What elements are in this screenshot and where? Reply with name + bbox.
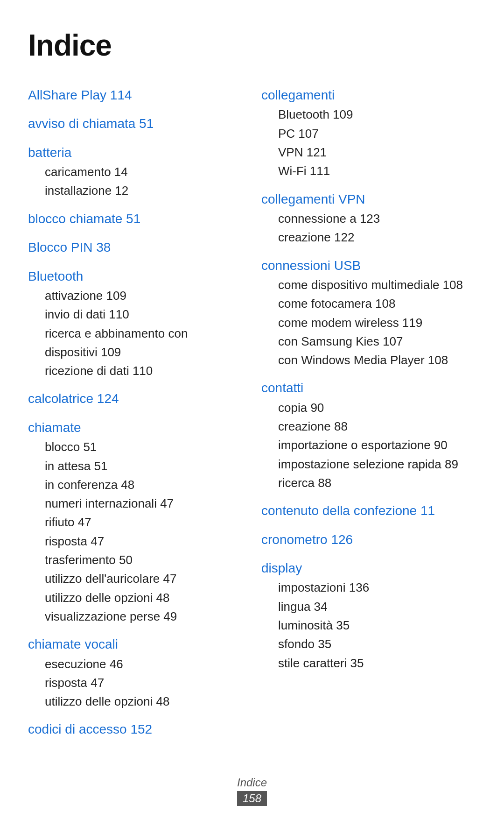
entry-heading: collegamenti [261, 85, 476, 105]
entry-group: avviso di chiamata 51 [28, 113, 243, 134]
sub-entry: come dispositivo multimediale 108 [278, 276, 476, 294]
entry-group: cronometro 126 [261, 530, 476, 550]
sub-entry: numeri internazionali 47 [45, 494, 243, 513]
sub-entry: importazione o esportazione 90 [278, 436, 476, 454]
sub-entries: come dispositivo multimediale 108come fo… [261, 276, 476, 369]
sub-entry: visualizzazione perse 49 [45, 607, 243, 626]
entry-heading: avviso di chiamata 51 [28, 113, 243, 134]
sub-entry: stile caratteri 35 [278, 654, 476, 672]
sub-entry: in conferenza 48 [45, 475, 243, 494]
entry-heading: AllShare Play 114 [28, 85, 243, 105]
sub-entry: impostazioni 136 [278, 578, 476, 597]
entry-group: AllShare Play 114 [28, 85, 243, 105]
sub-entry: installazione 12 [45, 181, 243, 200]
sub-entries: impostazioni 136lingua 34luminosità 35sf… [261, 578, 476, 672]
page-footer: Indice 158 [28, 776, 476, 806]
entry-heading: cronometro 126 [261, 530, 476, 550]
entry-heading: Bluetooth [28, 266, 243, 286]
entry-group: codici di accesso 152 [28, 719, 243, 739]
sub-entries: copia 90creazione 88importazione o espor… [261, 398, 476, 492]
right-column: collegamentiBluetooth 109PC 107VPN 121Wi… [261, 85, 476, 681]
sub-entry: connessione a 123 [278, 209, 476, 228]
entry-group: chiamateblocco 51in attesa 51in conferen… [28, 417, 243, 626]
entry-group: connessioni USBcome dispositivo multimed… [261, 255, 476, 370]
sub-entry: in attesa 51 [45, 457, 243, 475]
entry-heading: batteria [28, 142, 243, 163]
sub-entry: rifiuto 47 [45, 513, 243, 531]
sub-entry: come modem wireless 119 [278, 313, 476, 332]
sub-entry: come fotocamera 108 [278, 294, 476, 313]
index-columns: AllShare Play 114avviso di chiamata 51ba… [28, 85, 476, 748]
entry-heading: codici di accesso 152 [28, 719, 243, 739]
entry-heading: chiamate vocali [28, 634, 243, 654]
entry-heading: blocco chiamate 51 [28, 209, 243, 229]
sub-entry: lingua 34 [278, 597, 476, 616]
sub-entry: blocco 51 [45, 438, 243, 456]
sub-entry: impostazione selezione rapida 89 [278, 455, 476, 474]
entry-group: contenuto della confezione 11 [261, 501, 476, 521]
sub-entries: caricamento 14installazione 12 [28, 163, 243, 200]
sub-entry: risposta 47 [45, 673, 243, 692]
entry-heading: collegamenti VPN [261, 189, 476, 209]
sub-entries: esecuzione 46risposta 47utilizzo delle o… [28, 655, 243, 711]
left-column: AllShare Play 114avviso di chiamata 51ba… [28, 85, 243, 748]
footer-page-number: 158 [237, 791, 267, 806]
entry-group: collegamenti VPNconnessione a 123creazio… [261, 189, 476, 247]
footer-label: Indice [28, 776, 476, 789]
sub-entry: Bluetooth 109 [278, 105, 476, 124]
entry-heading: chiamate [28, 417, 243, 438]
sub-entry: trasferimento 50 [45, 551, 243, 569]
entry-heading: connessioni USB [261, 255, 476, 276]
sub-entry: copia 90 [278, 398, 476, 417]
entry-heading: contatti [261, 378, 476, 398]
sub-entry: ricerca e abbinamento con dispositivi 10… [45, 324, 243, 362]
entry-group: blocco chiamate 51 [28, 209, 243, 229]
entry-group: calcolatrice 124 [28, 389, 243, 409]
entry-heading: contenuto della confezione 11 [261, 501, 476, 521]
sub-entries: connessione a 123creazione 122 [261, 209, 476, 247]
entry-group: contatticopia 90creazione 88importazione… [261, 378, 476, 492]
sub-entry: PC 107 [278, 124, 476, 143]
sub-entry: Wi-Fi 111 [278, 162, 476, 180]
sub-entry: utilizzo dell'auricolare 47 [45, 569, 243, 588]
entry-group: Blocco PIN 38 [28, 237, 243, 257]
entry-group: displayimpostazioni 136lingua 34luminosi… [261, 558, 476, 672]
entry-heading: calcolatrice 124 [28, 389, 243, 409]
sub-entry: utilizzo delle opzioni 48 [45, 588, 243, 607]
page-title: Indice [28, 28, 476, 63]
sub-entry: con Samsung Kies 107 [278, 332, 476, 351]
sub-entries: Bluetooth 109PC 107VPN 121Wi-Fi 111 [261, 105, 476, 180]
sub-entry: attivazione 109 [45, 286, 243, 305]
sub-entry: risposta 47 [45, 532, 243, 551]
sub-entry: caricamento 14 [45, 163, 243, 181]
sub-entry: ricezione di dati 110 [45, 361, 243, 380]
sub-entry: creazione 122 [278, 228, 476, 247]
entry-heading: Blocco PIN 38 [28, 237, 243, 257]
sub-entry: sfondo 35 [278, 635, 476, 653]
entry-group: batteriacaricamento 14installazione 12 [28, 142, 243, 200]
sub-entry: utilizzo delle opzioni 48 [45, 692, 243, 711]
sub-entry: VPN 121 [278, 143, 476, 162]
sub-entries: blocco 51in attesa 51in conferenza 48num… [28, 438, 243, 626]
sub-entry: creazione 88 [278, 417, 476, 436]
entry-group: Bluetoothattivazione 109invio di dati 11… [28, 266, 243, 381]
sub-entry: con Windows Media Player 108 [278, 351, 476, 369]
sub-entry: ricerca 88 [278, 474, 476, 492]
entry-group: chiamate vocaliesecuzione 46risposta 47u… [28, 634, 243, 711]
sub-entries: attivazione 109invio di dati 110ricerca … [28, 286, 243, 380]
sub-entry: invio di dati 110 [45, 305, 243, 324]
sub-entry: luminosità 35 [278, 616, 476, 635]
entry-group: collegamentiBluetooth 109PC 107VPN 121Wi… [261, 85, 476, 181]
entry-heading: display [261, 558, 476, 578]
sub-entry: esecuzione 46 [45, 655, 243, 673]
